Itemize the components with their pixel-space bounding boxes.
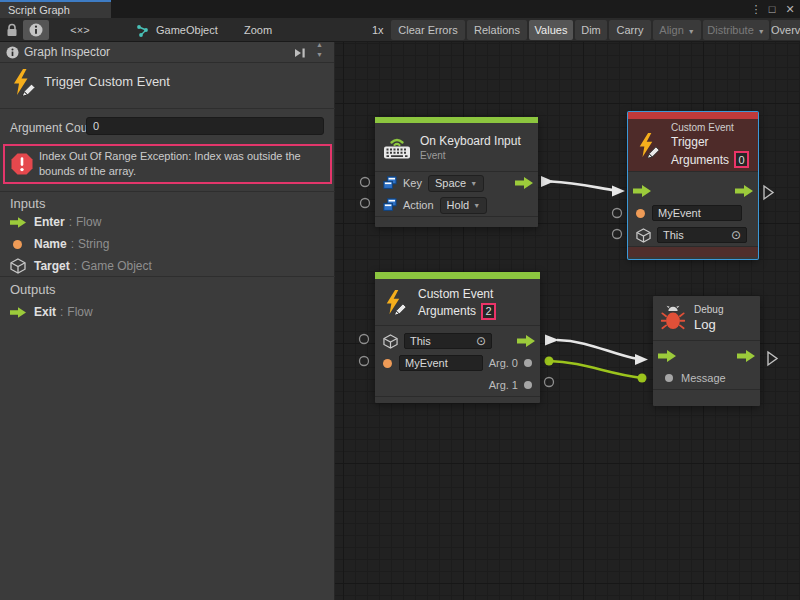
key-value: Space <box>435 177 466 189</box>
input-port-enter: Enter : Flow <box>10 214 101 230</box>
flow-out-port[interactable] <box>735 185 753 197</box>
code-preview-button[interactable]: <×> <box>60 20 100 40</box>
event-name-field[interactable]: MyEvent <box>652 205 742 221</box>
keyboard-input-icon <box>383 135 411 159</box>
inspected-unit-title: Trigger Custom Event <box>44 74 170 89</box>
arg0-label: Arg. 0 <box>489 357 518 369</box>
string-port-icon <box>383 359 392 368</box>
zoom-label: Zoom <box>244 24 272 36</box>
window-maximize-icon[interactable]: □ <box>764 0 780 18</box>
trigger-exit-triangle-icon[interactable] <box>764 186 773 199</box>
object-picker-icon[interactable]: ⊙ <box>476 334 486 348</box>
node-title: Log <box>694 317 723 332</box>
output-port-exit: Exit : Flow <box>10 304 93 320</box>
distribute-button[interactable]: Distribute▼ <box>703 20 769 40</box>
error-message-text: Index Out Of Range Exception: Index was … <box>39 149 325 179</box>
port-name: Name <box>34 237 67 251</box>
relations-button[interactable]: Relations <box>467 20 527 40</box>
node-debug-log[interactable]: Debug Log Message <box>653 296 760 406</box>
target-field[interactable]: This ⊙ <box>404 333 492 349</box>
inspector-toggle-button[interactable] <box>23 20 49 40</box>
overview-button[interactable]: Overv <box>771 20 800 40</box>
title-bar: Script Graph ⋮ □ ✕ <box>0 0 800 18</box>
flow-in-port[interactable] <box>633 185 651 197</box>
flow-out-port[interactable] <box>515 177 533 189</box>
zoom-value: 1x <box>372 24 384 36</box>
node-custom-event[interactable]: Custom Event Arguments 2 This ⊙ <box>375 272 540 403</box>
node-title-line1: Trigger <box>671 135 749 149</box>
key-dropdown[interactable]: Space ▼ <box>428 175 484 192</box>
arg1-port[interactable] <box>524 381 532 389</box>
dim-button[interactable]: Dim <box>575 20 607 40</box>
align-label: Align <box>659 24 683 36</box>
event-name-field[interactable]: MyEvent <box>399 355 483 371</box>
message-row: Message <box>653 367 760 389</box>
port-type: Flow <box>76 215 101 229</box>
error-color-bar <box>628 112 758 119</box>
outputs-heading: Outputs <box>10 282 56 297</box>
input-port-name: Name : String <box>10 236 109 252</box>
node-trigger-custom-event[interactable]: Custom Event Trigger Arguments 0 MyEvent <box>628 112 758 259</box>
caret-down-icon: ▼ <box>758 28 765 35</box>
graph-owner-label: GameObject <box>156 24 218 36</box>
node-category: Custom Event <box>671 122 749 133</box>
graph-toolbar: <×> GameObject Zoom 1x Clear Errors Rela… <box>0 18 800 42</box>
custom-event-icon <box>636 132 662 158</box>
window-menu-icon[interactable]: ⋮ <box>748 0 764 18</box>
colon: : <box>71 237 74 251</box>
carry-button[interactable]: Carry <box>609 20 651 40</box>
target-value: This <box>663 229 684 241</box>
window-close-icon[interactable]: ✕ <box>782 0 798 18</box>
wire-keyboard-to-trigger[interactable] <box>541 176 625 197</box>
action-label: Action <box>403 199 434 211</box>
spinner-down-icon[interactable]: ▼ <box>316 51 323 58</box>
colon: : <box>69 215 72 229</box>
node-footer <box>375 216 538 227</box>
align-button[interactable]: Align▼ <box>653 20 701 40</box>
argument-count-input[interactable] <box>86 117 324 135</box>
target-row: This ⊙ <box>375 330 540 352</box>
event-name-row: MyEvent <box>628 202 758 224</box>
error-octagon-icon <box>11 153 33 175</box>
port-name: Enter <box>34 215 65 229</box>
event-color-bar <box>375 272 540 279</box>
flow-arrow-icon <box>10 307 26 318</box>
node-on-keyboard-input[interactable]: On Keyboard Input Event Key Space ▼ Acti… <box>375 117 538 227</box>
argument-count-badge: 2 <box>481 303 496 320</box>
node-title: On Keyboard Input <box>420 134 521 148</box>
error-message-box: Index Out Of Range Exception: Index was … <box>3 144 332 184</box>
colon: : <box>74 259 77 273</box>
string-port-icon <box>636 209 645 218</box>
arg1-row: Arg. 1 <box>375 374 540 396</box>
spinner-up-icon[interactable]: ▲ <box>316 41 323 48</box>
tab-script-graph[interactable]: Script Graph <box>0 0 111 18</box>
arg0-port[interactable] <box>524 359 532 367</box>
lock-icon[interactable] <box>6 23 18 37</box>
action-value: Hold <box>447 199 470 211</box>
log-exit-triangle-icon[interactable] <box>768 352 777 365</box>
argument-count-label: Argument Count <box>10 121 97 135</box>
node-footer <box>653 389 760 400</box>
clear-errors-button[interactable]: Clear Errors <box>391 20 465 40</box>
expand-panel-icon[interactable] <box>293 47 307 59</box>
object-picker-icon[interactable]: ⊙ <box>731 228 741 242</box>
flow-out-port[interactable] <box>517 335 535 347</box>
message-port[interactable] <box>665 374 673 382</box>
node-category: Debug <box>694 304 723 315</box>
string-port-icon <box>13 240 22 249</box>
flow-in-port[interactable] <box>658 350 676 362</box>
graph-canvas[interactable]: On Keyboard Input Event Key Space ▼ Acti… <box>335 42 800 600</box>
flow-out-port[interactable] <box>737 350 755 362</box>
port-name: Target <box>34 259 70 273</box>
info-icon <box>29 23 43 37</box>
action-dropdown[interactable]: Hold ▼ <box>440 197 488 214</box>
custom-event-icon <box>383 289 409 315</box>
node-title-line2: Arguments <box>671 153 729 167</box>
values-button[interactable]: Values <box>529 20 573 40</box>
literal-icon <box>383 176 397 190</box>
port-type: Game Object <box>81 259 152 273</box>
caret-down-icon: ▼ <box>688 28 695 35</box>
target-field[interactable]: This ⊙ <box>657 227 747 243</box>
flow-arrow-icon <box>10 217 26 228</box>
wire-arg0-to-message[interactable] <box>545 357 647 383</box>
